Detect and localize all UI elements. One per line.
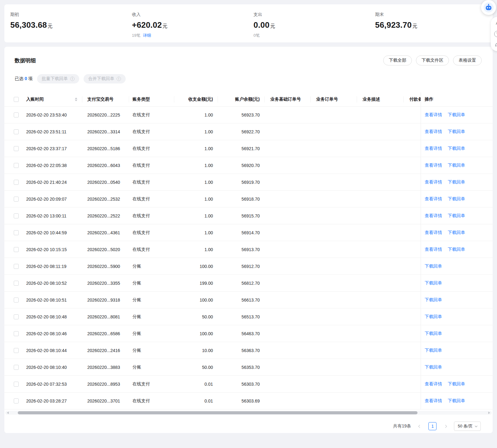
info-icon[interactable] [117, 77, 121, 81]
row-checkbox[interactable] [14, 365, 19, 370]
row-checkbox-cell [4, 241, 23, 258]
download-receipt-link[interactable]: 下载回单 [425, 280, 442, 286]
cell-description [357, 292, 404, 308]
scrollbar-thumb[interactable] [18, 411, 417, 414]
view-detail-link[interactable]: 查看详情 [425, 129, 442, 135]
row-checkbox[interactable] [14, 398, 19, 403]
view-detail-link[interactable]: 查看详情 [425, 196, 442, 202]
batch-download-button[interactable]: 批量下载回单 [37, 74, 79, 83]
download-receipt-link[interactable]: 下载回单 [425, 314, 442, 320]
row-checkbox[interactable] [14, 382, 19, 387]
cell-payment-remark [404, 393, 421, 409]
current-page-button[interactable]: 1 [428, 422, 437, 430]
download-receipt-link[interactable]: 下载回单 [425, 331, 442, 336]
closing-label: 期末 [375, 12, 491, 17]
cell-payment-remark [404, 342, 421, 359]
row-checkbox[interactable] [14, 281, 19, 286]
download-receipt-link[interactable]: 下载回单 [448, 179, 465, 185]
cell-basic-order [265, 241, 311, 258]
row-checkbox[interactable] [14, 146, 19, 151]
view-detail-link[interactable]: 查看详情 [425, 179, 442, 185]
row-checkbox[interactable] [14, 163, 19, 168]
cell-transaction-id: 20260220...6586 [82, 325, 129, 342]
row-checkbox[interactable] [14, 129, 19, 134]
row-checkbox-cell [4, 191, 23, 207]
view-detail-link[interactable]: 查看详情 [425, 230, 442, 236]
cell-transaction-id: 20260220...2522 [82, 207, 129, 224]
headset-icon[interactable] [494, 42, 497, 48]
cell-account-type: 在线支付 [129, 376, 174, 392]
download-receipt-link[interactable]: 下载回单 [448, 230, 465, 236]
view-detail-link[interactable]: 查看详情 [425, 112, 442, 118]
income-unit: 元 [162, 23, 167, 29]
cell-transaction-id: 20260220...5186 [82, 140, 129, 157]
expense-amount: 0.00 [253, 20, 269, 30]
download-receipt-link[interactable]: 下载回单 [448, 112, 465, 118]
row-checkbox[interactable] [14, 213, 19, 218]
cell-account-type: 在线支付 [129, 191, 174, 207]
merge-download-button[interactable]: 合并下载回单 [84, 74, 126, 83]
row-checkbox[interactable] [14, 180, 19, 185]
cell-transaction-id: 20260220...3701 [82, 393, 129, 409]
download-receipt-link[interactable]: 下载回单 [425, 365, 442, 370]
table-header-row: 入账时间支付宝交易号账务类型收支金额(元)账户余额(元)业务基础订单号业务订单号… [4, 92, 493, 107]
view-detail-link[interactable]: 查看详情 [425, 163, 442, 168]
row-checkbox[interactable] [14, 197, 19, 202]
cell-balance: 56923.70 [218, 107, 265, 123]
summary-expense: 支出 0.00元 0笔 [248, 12, 369, 42]
help-icon[interactable]: ? [494, 31, 497, 37]
row-checkbox[interactable] [14, 348, 19, 353]
column-header-2: 支付宝交易号 [82, 92, 129, 106]
row-checkbox[interactable] [14, 264, 19, 269]
select-all-checkbox[interactable] [14, 97, 19, 102]
next-page-button[interactable] [442, 422, 449, 430]
cell-entry-time: 2026-02-20 03:28:27 [23, 393, 82, 409]
horizontal-scrollbar[interactable] [5, 411, 492, 415]
column-header-1[interactable]: 入账时间 [23, 92, 82, 106]
download-file-area-button[interactable]: 下载文件区 [416, 55, 449, 65]
table-row: 2026-02-20 08:10:4420260220...2416分账10.0… [4, 342, 493, 359]
cell-business-order [311, 157, 357, 174]
scroll-left-arrow-icon[interactable] [7, 412, 9, 414]
view-detail-link[interactable]: 查看详情 [425, 146, 442, 151]
prev-page-button[interactable] [416, 422, 423, 430]
download-all-button[interactable]: 下载全部 [383, 55, 412, 65]
download-receipt-link[interactable]: 下载回单 [448, 213, 465, 219]
download-receipt-link[interactable]: 下载回单 [448, 196, 465, 202]
download-receipt-link[interactable]: 下载回单 [425, 348, 442, 353]
cell-basic-order [265, 191, 311, 207]
cell-balance: 56912.70 [218, 258, 265, 274]
download-receipt-link[interactable]: 下载回单 [448, 398, 465, 404]
row-checkbox[interactable] [14, 112, 19, 117]
scroll-right-arrow-icon[interactable] [488, 412, 490, 414]
view-detail-link[interactable]: 查看详情 [425, 247, 442, 252]
view-detail-link[interactable]: 查看详情 [425, 398, 442, 404]
download-receipt-link[interactable]: 下载回单 [448, 146, 465, 151]
view-detail-link[interactable]: 查看详情 [425, 213, 442, 219]
view-detail-link[interactable]: 查看详情 [425, 381, 442, 387]
download-receipt-link[interactable]: 下载回单 [425, 297, 442, 303]
row-checkbox[interactable] [14, 314, 19, 319]
download-receipt-link[interactable]: 下载回单 [448, 247, 465, 252]
page-size-select[interactable]: 50 条/页 [454, 422, 481, 431]
row-checkbox[interactable] [14, 247, 19, 252]
cell-description [357, 123, 404, 140]
assistant-a-icon[interactable]: A [494, 20, 497, 26]
cell-amount: 1.00 [174, 123, 218, 140]
income-label: 收入 [132, 12, 248, 17]
download-receipt-link[interactable]: 下载回单 [448, 163, 465, 168]
table-settings-button[interactable]: 表格设置 [453, 55, 482, 65]
download-receipt-link[interactable]: 下载回单 [448, 129, 465, 135]
assistant-robot-icon[interactable] [481, 0, 496, 15]
row-checkbox[interactable] [14, 230, 19, 235]
cell-balance: 56915.70 [218, 207, 265, 224]
cell-amount: 1.00 [174, 140, 218, 157]
sort-icon[interactable] [75, 98, 79, 101]
row-checkbox[interactable] [14, 298, 19, 303]
download-receipt-link[interactable]: 下载回单 [448, 381, 465, 387]
download-receipt-link[interactable]: 下载回单 [425, 264, 442, 269]
income-detail-link[interactable]: 详细 [143, 33, 151, 38]
info-icon[interactable] [70, 77, 75, 81]
cell-transaction-id: 20260220...2416 [82, 342, 129, 359]
row-checkbox[interactable] [14, 331, 19, 336]
